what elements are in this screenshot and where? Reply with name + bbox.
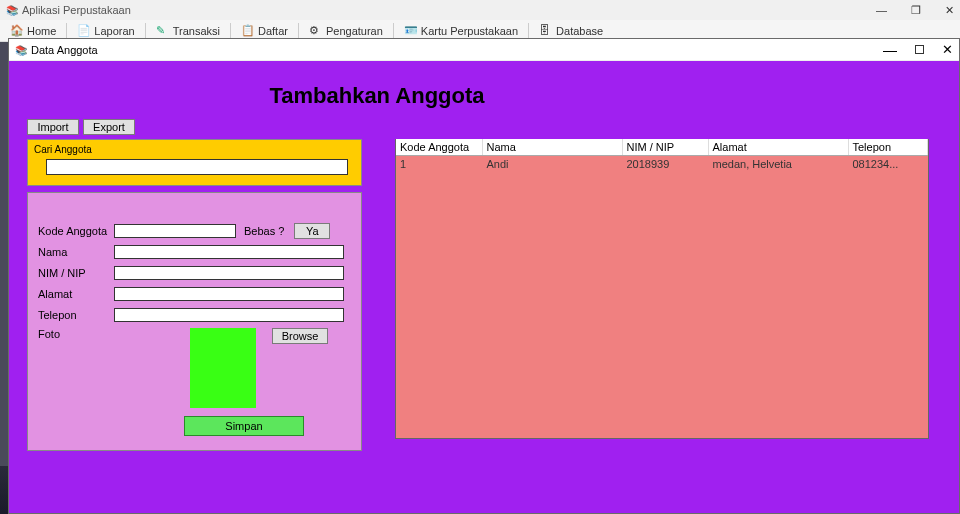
menu-label: Laporan [94, 25, 134, 37]
col-nama[interactable]: Nama [482, 139, 622, 156]
menu-label: Pengaturan [326, 25, 383, 37]
menu-label: Daftar [258, 25, 288, 37]
photo-placeholder [190, 328, 256, 408]
alamat-input[interactable] [114, 287, 344, 301]
table-row[interactable]: 1Andi2018939medan, Helvetia081234... [396, 156, 928, 173]
nama-label: Nama [38, 246, 114, 258]
child-icon [15, 44, 27, 56]
close-button[interactable]: ✕ [945, 4, 954, 17]
menu-daftar[interactable]: Daftar [235, 22, 294, 40]
menu-database[interactable]: Database [533, 22, 609, 40]
app-icon [6, 4, 18, 16]
home-icon [10, 24, 24, 38]
card-icon [404, 24, 418, 38]
menu-label: Transaksi [173, 25, 220, 37]
gear-icon [309, 24, 323, 38]
child-close-button[interactable]: ✕ [942, 42, 953, 57]
cell-nama: Andi [482, 156, 622, 173]
workspace: Tambahkan Anggota Import Export Cari Ang… [9, 61, 959, 513]
menu-home[interactable]: Home [4, 22, 62, 40]
child-window: Data Anggota — ✕ Tambahkan Anggota Impor… [8, 38, 960, 514]
col-telepon[interactable]: Telepon [848, 139, 928, 156]
app-title: Aplikasi Perpustakaan [22, 4, 131, 16]
search-panel: Cari Anggota [27, 139, 362, 186]
cell-telepon: 081234... [848, 156, 928, 173]
cell-alamat: medan, Helvetia [708, 156, 848, 173]
search-label: Cari Anggota [34, 144, 355, 155]
app-titlebar: Aplikasi Perpustakaan — ❐ ✕ [0, 0, 960, 20]
child-title: Data Anggota [31, 44, 98, 56]
menu-label: Home [27, 25, 56, 37]
telepon-label: Telepon [38, 309, 114, 321]
import-button[interactable]: Import [27, 119, 79, 135]
cell-nim: 2018939 [622, 156, 708, 173]
form-panel: Kode Anggota Bebas ? Ya Nama NIM / NIP A… [27, 192, 362, 451]
nim-label: NIM / NIP [38, 267, 114, 279]
trans-icon [156, 24, 170, 38]
nim-input[interactable] [114, 266, 344, 280]
report-icon [77, 24, 91, 38]
window-controls: — ❐ ✕ [876, 4, 954, 17]
minimize-button[interactable]: — [876, 4, 887, 17]
cell-kode: 1 [396, 156, 482, 173]
child-titlebar: Data Anggota — ✕ [9, 39, 959, 61]
col-kode[interactable]: Kode Anggota [396, 139, 482, 156]
member-grid[interactable]: Kode Anggota Nama NIM / NIP Alamat Telep… [395, 139, 929, 439]
menu-transaksi[interactable]: Transaksi [150, 22, 226, 40]
menu-label: Database [556, 25, 603, 37]
child-maximize-button[interactable] [915, 45, 924, 54]
child-minimize-button[interactable]: — [883, 46, 897, 54]
nama-input[interactable] [114, 245, 344, 259]
menu-pengaturan[interactable]: Pengaturan [303, 22, 389, 40]
save-button[interactable]: Simpan [184, 416, 304, 436]
browse-button[interactable]: Browse [272, 328, 328, 344]
ya-button[interactable]: Ya [294, 223, 330, 239]
menu-laporan[interactable]: Laporan [71, 22, 140, 40]
foto-label: Foto [38, 328, 114, 340]
col-alamat[interactable]: Alamat [708, 139, 848, 156]
page-title: Tambahkan Anggota [27, 83, 727, 109]
export-button[interactable]: Export [83, 119, 135, 135]
list-icon [241, 24, 255, 38]
menu-label: Kartu Perpustakaan [421, 25, 518, 37]
col-nim[interactable]: NIM / NIP [622, 139, 708, 156]
alamat-label: Alamat [38, 288, 114, 300]
maximize-button[interactable]: ❐ [911, 4, 921, 17]
db-icon [539, 24, 553, 38]
kode-label: Kode Anggota [38, 225, 114, 237]
telepon-input[interactable] [114, 308, 344, 322]
kode-input[interactable] [114, 224, 236, 238]
bebas-label: Bebas ? [244, 225, 284, 237]
search-input[interactable] [46, 159, 348, 175]
menu-kartu-perpustakaan[interactable]: Kartu Perpustakaan [398, 22, 524, 40]
